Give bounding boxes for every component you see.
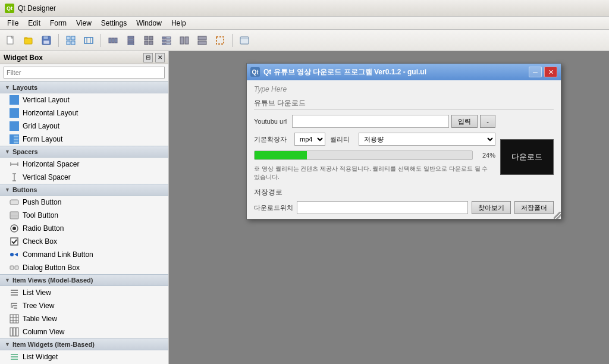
- type-here-label: Type Here: [254, 85, 554, 93]
- list-item[interactable]: Check Box: [0, 235, 168, 248]
- section-itemwidgets[interactable]: ▼ Item Widgets (Item-Based): [0, 338, 168, 350]
- app-titlebar: Qt Qt Designer: [0, 0, 609, 17]
- qt-app-window[interactable]: Qt Qt 유튜브 영상 다운로드 프로그램 Ver0.1.2 - gui.ui…: [246, 63, 561, 219]
- filter-input[interactable]: [4, 67, 165, 79]
- layout-h-button[interactable]: [105, 33, 121, 48]
- list-item[interactable]: Grid Layout: [0, 120, 168, 133]
- layout-edit-mode[interactable]: [80, 33, 97, 48]
- list-item[interactable]: Form Layout: [0, 133, 168, 146]
- svg-rect-40: [10, 99, 18, 101]
- svg-rect-4: [24, 37, 27, 39]
- list-item[interactable]: Horizontal Spacer: [0, 158, 168, 171]
- widget-box-float[interactable]: ⊟: [143, 53, 153, 62]
- widget-edit-mode[interactable]: [62, 33, 79, 48]
- split-v-button[interactable]: [194, 33, 211, 48]
- format-select[interactable]: mp4: [294, 133, 325, 146]
- save-folder-button[interactable]: 저장폴더: [514, 201, 554, 214]
- save-button[interactable]: [38, 33, 55, 48]
- svg-rect-84: [10, 328, 12, 336]
- input-button[interactable]: 입력: [451, 115, 478, 128]
- list-item[interactable]: Vertical Spacer: [0, 171, 168, 184]
- list-item[interactable]: Dialog Button Box: [0, 261, 168, 274]
- list-item[interactable]: Tree View: [0, 299, 168, 312]
- browse-button[interactable]: 찾아보기: [472, 201, 511, 214]
- list-item[interactable]: Command Link Button: [0, 248, 168, 261]
- svg-rect-47: [10, 127, 14, 130]
- menu-form[interactable]: Form: [45, 18, 71, 29]
- svg-rect-26: [162, 37, 165, 39]
- menu-file[interactable]: File: [2, 18, 23, 29]
- svg-rect-18: [128, 36, 134, 38]
- qt-app-title: Qt 유튜브 영상 다운로드 프로그램 Ver0.1.2 - gui.ui: [263, 67, 525, 77]
- menu-help[interactable]: Help: [167, 18, 191, 29]
- listview-icon: [10, 288, 19, 297]
- treeview-label: Tree View: [23, 302, 54, 310]
- hlayout-label: Horizontal Layout: [23, 109, 78, 117]
- layout-v-button[interactable]: [123, 33, 139, 48]
- download-big-button[interactable]: 다운로드: [500, 139, 554, 175]
- main-layout: Widget Box ⊟ ✕ ▼ Layouts Vertical Layout: [0, 51, 609, 364]
- svg-rect-33: [185, 37, 189, 44]
- layout-form-button[interactable]: [158, 33, 175, 48]
- svg-rect-7: [43, 40, 49, 44]
- menu-view[interactable]: View: [71, 18, 96, 29]
- svg-rect-44: [16, 110, 18, 116]
- new-button[interactable]: [2, 33, 19, 48]
- qt-close-button[interactable]: ✕: [544, 67, 557, 77]
- section-layouts-arrow: ▼: [5, 84, 10, 90]
- note-text: ※ 영상 퀄리티는 컨텐츠 제공사 적용됩니다. 퀄리티를 선택해도 일반으로 …: [254, 165, 495, 181]
- open-button[interactable]: [20, 33, 37, 48]
- url-input[interactable]: [292, 115, 449, 128]
- widget-box-close[interactable]: ✕: [155, 53, 165, 62]
- main-canvas[interactable]: Qt Qt 유튜브 영상 다운로드 프로그램 Ver0.1.2 - gui.ui…: [169, 51, 609, 364]
- svg-rect-21: [128, 43, 134, 45]
- qt-app-content: Type Here 유튜브 다운로드 Youtubu url 입력 -: [247, 80, 561, 219]
- url-row: Youtubu url 입력 -: [254, 115, 495, 128]
- menu-edit[interactable]: Edit: [23, 18, 45, 29]
- menu-window[interactable]: Window: [131, 18, 167, 29]
- list-item[interactable]: Tool Button: [0, 209, 168, 222]
- split-h-button[interactable]: [176, 33, 193, 48]
- resize-handle[interactable]: [554, 212, 561, 219]
- qt-minimize-button[interactable]: ─: [529, 67, 542, 77]
- layout-grid-button[interactable]: [140, 33, 157, 48]
- list-item[interactable]: Column View: [0, 325, 168, 338]
- listview-label: List View: [23, 288, 51, 297]
- app-icon: Qt: [5, 4, 14, 13]
- list-item[interactable]: List View: [0, 286, 168, 299]
- svg-rect-51: [10, 139, 13, 140]
- list-item[interactable]: Table View: [0, 312, 168, 325]
- svg-rect-46: [15, 122, 18, 125]
- menu-settings[interactable]: Settings: [96, 18, 131, 29]
- progress-label: 24%: [478, 152, 495, 159]
- section-layouts[interactable]: ▼ Layouts: [0, 81, 168, 93]
- hspacer-icon: [10, 159, 19, 169]
- vspacer-label: Vertical Spacer: [23, 173, 71, 181]
- section-spacers[interactable]: ▼ Spacers: [0, 146, 168, 158]
- svg-rect-8: [67, 36, 70, 40]
- section-itemviews-label: Item Views (Model-Based): [12, 277, 93, 284]
- svg-rect-41: [10, 101, 18, 103]
- download-location-input[interactable]: [297, 201, 468, 214]
- dash-button[interactable]: -: [480, 115, 495, 128]
- section-buttons[interactable]: ▼ Buttons: [0, 184, 168, 196]
- quality-select[interactable]: 저용량: [359, 133, 495, 146]
- list-item[interactable]: List Widget: [0, 350, 168, 363]
- list-item[interactable]: Radio Button: [0, 222, 168, 235]
- svg-rect-66: [11, 238, 18, 245]
- section-itemviews[interactable]: ▼ Item Views (Model-Based): [0, 274, 168, 286]
- toolbtn-label: Tool Button: [23, 211, 58, 219]
- list-item[interactable]: Horizontal Layout: [0, 106, 168, 120]
- break-layout-button[interactable]: [212, 33, 228, 48]
- svg-marker-68: [14, 253, 18, 256]
- svg-rect-49: [10, 136, 13, 137]
- glayout-icon: [10, 121, 19, 131]
- hlayout-icon: [10, 108, 19, 118]
- svg-rect-32: [180, 37, 184, 44]
- list-item[interactable]: Push Button: [0, 196, 168, 209]
- preview-button[interactable]: [236, 33, 253, 48]
- vlayout-icon: [10, 95, 19, 105]
- svg-rect-24: [145, 41, 148, 45]
- url-label: Youtubu url: [254, 118, 290, 125]
- list-item[interactable]: Vertical Layout: [0, 93, 168, 106]
